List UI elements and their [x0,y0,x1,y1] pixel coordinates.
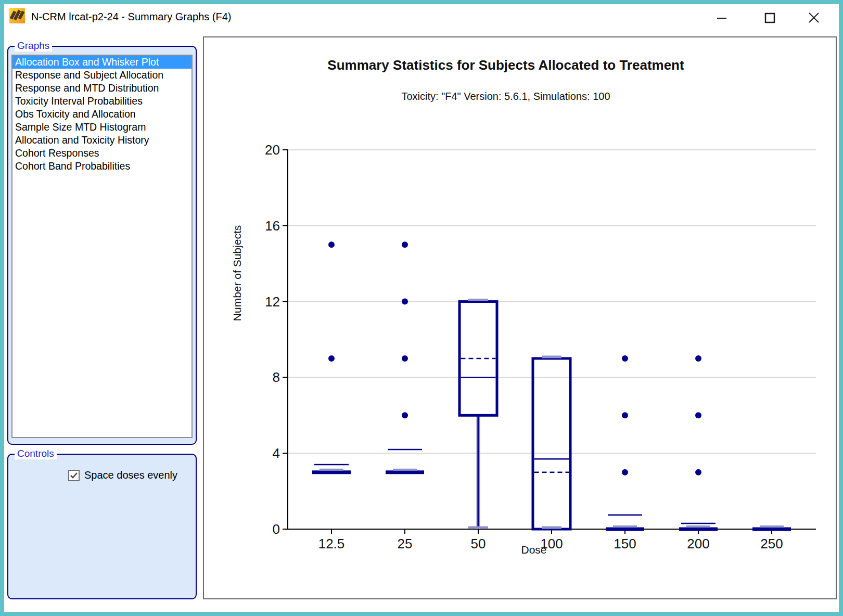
list-item[interactable]: Toxicity Interval Probabilities [12,95,191,108]
graphs-groupbox: Graphs Allocation Box and Whisker PlotRe… [7,46,197,445]
app-icon [9,8,25,23]
graphs-listbox[interactable]: Allocation Box and Whisker PlotResponse … [11,55,193,438]
x-axis-title: Dose [521,544,546,556]
controls-group-label: Controls [15,448,57,459]
space-doses-label: Space doses evenly [84,469,177,481]
space-doses-checkbox[interactable] [68,470,80,481]
list-item[interactable]: Response and MTD Distribution [12,82,191,95]
graphs-group-label: Graphs [15,40,52,52]
x-tick-label: 150 [614,536,636,551]
y-tick-label: 8 [273,369,280,385]
maximize-button[interactable] [756,6,779,29]
x-tick-label: 12.5 [318,536,345,551]
list-item[interactable]: Cohort Responses [12,147,191,160]
maximize-icon [759,7,776,28]
app-window: N-CRM lrcat-p2-24 - Summary Graphs (F4) … [0,0,843,616]
outlier-point [622,412,628,418]
box [533,358,570,529]
x-tick-label: 200 [687,536,709,551]
y-tick-label: 4 [273,445,280,461]
outlier-point [695,355,701,362]
window-title: N-CRM lrcat-p2-24 - Summary Graphs (F4) [31,11,232,23]
minimize-icon [711,7,728,28]
y-tick-label: 12 [265,294,280,310]
outlier-point [695,412,701,418]
x-tick-label: 25 [398,536,413,551]
outlier-point [622,469,628,476]
list-item[interactable]: Allocation Box and Whisker Plot [12,56,191,69]
y-tick-label: 20 [265,142,280,158]
x-tick-label: 250 [760,536,783,551]
outlier-point [695,469,701,476]
list-item[interactable]: Cohort Band Probabilities [12,160,191,173]
close-button[interactable] [800,6,823,29]
list-item[interactable]: Sample Size MTD Histogram [12,121,191,134]
y-tick-label: 0 [273,521,280,537]
chart-panel: Summary Statistics for Subjects Allocate… [203,36,837,599]
chart-subtitle: Toxicity: "F4" Version: 5.6.1, Simulatio… [401,91,610,102]
outlier-point [622,355,628,362]
minimize-button[interactable] [708,6,731,29]
y-tick-label: 16 [265,218,280,234]
outlier-point [328,355,335,362]
outlier-point [328,241,335,248]
outlier-point [402,299,408,305]
controls-groupbox: Controls Space doses evenly [7,454,197,599]
chart-title: Summary Statistics for Subjects Allocate… [327,57,684,73]
list-item[interactable]: Allocation and Toxicity History [12,134,191,147]
title-bar: N-CRM lrcat-p2-24 - Summary Graphs (F4) [4,4,839,32]
checkmark-icon [70,472,78,479]
boxplot-chart: Summary Statistics for Subjects Allocate… [204,37,836,598]
outlier-point [402,355,408,362]
y-axis-title: Number of Subjects [231,225,243,321]
outlier-point [402,241,408,248]
close-icon [803,7,820,28]
list-item[interactable]: Obs Toxicity and Allocation [12,108,191,121]
list-item[interactable]: Response and Subject Allocation [12,69,191,82]
outlier-point [402,412,408,418]
x-tick-label: 50 [471,536,486,551]
space-doses-row: Space doses evenly [68,469,177,481]
